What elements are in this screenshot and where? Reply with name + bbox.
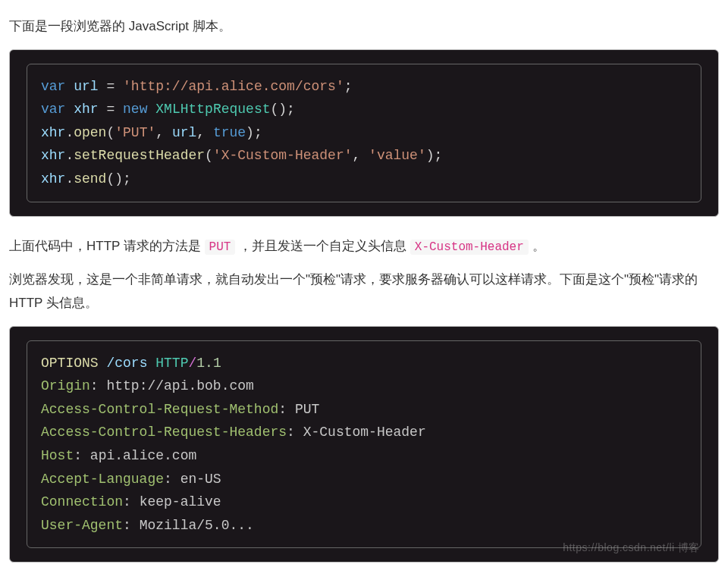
str-put: 'PUT'	[115, 125, 155, 140]
str-hdrval: 'value'	[369, 148, 426, 163]
mid-paragraph: 上面代码中，HTTP 请求的方法是 PUT ，并且发送一个自定义头信息 X-Cu…	[9, 235, 719, 259]
str-url: 'http://api.alice.com/cors'	[123, 79, 344, 94]
op-eq: =	[106, 79, 115, 94]
op-eq: =	[106, 102, 115, 117]
dot: .	[65, 171, 74, 186]
dot: .	[65, 148, 74, 163]
hdr-host: Host	[41, 448, 74, 463]
http-method: OPTIONS	[41, 356, 99, 371]
http-code: OPTIONS /cors HTTP/1.1 Origin: http://ap…	[41, 352, 687, 538]
explain-paragraph: 浏览器发现，这是一个非简单请求，就自动发出一个"预检"请求，要求服务器确认可以这…	[9, 268, 719, 315]
inline-code-put: PUT	[205, 240, 236, 255]
hdr-conn: Connection	[41, 494, 123, 509]
kw-new: new	[123, 102, 147, 117]
hdr-acrm: Access-Control-Request-Method	[41, 402, 278, 417]
watermark: https://blog.csdn.net/li 博客	[563, 538, 700, 557]
comma: ,	[353, 148, 369, 163]
colon: :	[287, 425, 303, 440]
comma: ,	[196, 125, 213, 140]
var-url: url	[74, 79, 98, 94]
arg-url: url	[172, 125, 196, 140]
lp: (	[205, 148, 213, 163]
colon: :	[278, 402, 295, 417]
colon: :	[90, 378, 107, 393]
fn-send: send	[74, 171, 106, 186]
colon: :	[74, 448, 90, 463]
http-code-block: OPTIONS /cors HTTP/1.1 Origin: http://ap…	[9, 326, 719, 563]
js-code-block: var url = 'http://api.alice.com/cors'; v…	[9, 49, 719, 217]
http-ver: 1.1	[196, 356, 221, 371]
comma: ,	[155, 125, 172, 140]
http-code-inner: OPTIONS /cors HTTP/1.1 Origin: http://ap…	[27, 340, 701, 549]
semi: ;	[344, 79, 353, 94]
hdr-acrh-val: X-Custom-Header	[303, 425, 426, 440]
http-path: /cors	[106, 356, 147, 371]
http-slash: /	[188, 356, 196, 371]
hdr-ua-val: Mozilla/5.0...	[140, 518, 254, 533]
kw-var: var	[41, 79, 65, 94]
hdr-acrh: Access-Control-Request-Headers	[41, 425, 287, 440]
fn-open: open	[74, 125, 106, 140]
rp: );	[246, 125, 262, 140]
hdr-acclang-val: en-US	[180, 472, 221, 487]
dot: .	[65, 125, 74, 140]
http-proto: HTTP	[155, 356, 188, 371]
colon: :	[164, 472, 180, 487]
fn-setreqhdr: setRequestHeader	[74, 148, 205, 163]
mid-post: 。	[529, 239, 545, 253]
var-xhr: xhr	[74, 102, 98, 117]
hdr-acrm-val: PUT	[295, 402, 319, 417]
mid-mid: ，并且发送一个自定义头信息	[235, 239, 410, 253]
paren: ();	[106, 171, 130, 186]
str-hdrname: 'X-Custom-Header'	[213, 148, 353, 163]
colon: :	[123, 494, 140, 509]
hdr-conn-val: keep-alive	[140, 494, 221, 509]
rp: );	[426, 148, 443, 163]
intro-paragraph: 下面是一段浏览器的 JavaScript 脚本。	[9, 15, 719, 39]
hdr-origin-val: http://api.bob.com	[106, 378, 253, 393]
paren: ();	[271, 102, 295, 117]
sp	[147, 356, 155, 371]
inline-code-xcustom: X-Custom-Header	[410, 240, 529, 255]
sp	[99, 356, 107, 371]
hdr-host-val: api.alice.com	[90, 448, 196, 463]
hdr-origin: Origin	[41, 378, 90, 393]
hdr-acclang: Accept-Language	[41, 472, 164, 487]
lp: (	[106, 125, 115, 140]
var-xhr: xhr	[41, 171, 65, 186]
mid-pre: 上面代码中，HTTP 请求的方法是	[9, 239, 205, 253]
js-code: var url = 'http://api.alice.com/cors'; v…	[41, 75, 687, 191]
hdr-ua: User-Agent	[41, 518, 123, 533]
var-xhr: xhr	[41, 125, 65, 140]
colon: :	[123, 518, 140, 533]
bool-true: true	[213, 125, 246, 140]
type-xhr: XMLHttpRequest	[155, 102, 270, 117]
js-code-inner: var url = 'http://api.alice.com/cors'; v…	[27, 64, 701, 202]
kw-var: var	[41, 102, 65, 117]
var-xhr: xhr	[41, 148, 65, 163]
